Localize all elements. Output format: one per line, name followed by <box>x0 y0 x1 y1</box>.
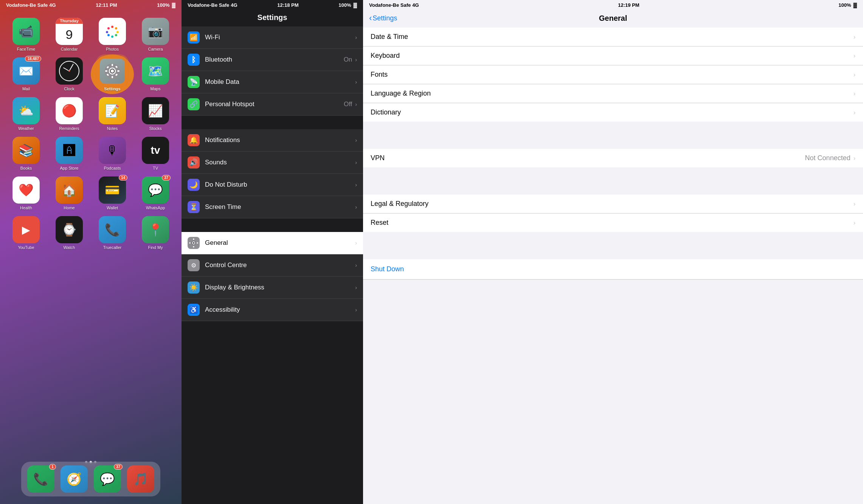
general-gap-1 <box>363 135 863 149</box>
notes-icon: 📝 <box>105 104 120 118</box>
general-row-fonts[interactable]: Fonts › <box>363 65 863 84</box>
app-youtube[interactable]: ▶ YouTube <box>8 216 45 250</box>
app-photos[interactable]: Photos <box>94 18 131 51</box>
general-row-keyboard[interactable]: Keyboard › <box>363 46 863 65</box>
settings-gap-1 <box>182 116 363 129</box>
settings-row-hotspot[interactable]: 🔗 Personal Hotspot Off › <box>182 93 363 116</box>
general-row-reset[interactable]: Reset › <box>363 213 863 232</box>
dock-messages[interactable]: 💬 37 <box>94 465 121 493</box>
app-podcasts[interactable]: 🎙 Podcasts <box>94 137 131 170</box>
general-row-datetime[interactable]: Date & Time › <box>363 28 863 46</box>
s2-status-right: 100% ▓ <box>338 2 357 8</box>
settings-row-accessibility[interactable]: ♿ Accessibility › <box>182 299 363 321</box>
shutdown-row[interactable]: Shut Down <box>363 259 863 279</box>
settings-row-dnd[interactable]: 🌙 Do Not Disturb › <box>182 174 363 196</box>
reset-label: Reset <box>371 219 854 227</box>
app-grid: 📹 FaceTime Thursday 9 Calendar <box>0 12 182 256</box>
sounds-icon-container: 🔊 <box>188 156 200 169</box>
back-chevron-icon: ‹ <box>369 13 372 23</box>
app-truecaller[interactable]: 📞 Truecaller <box>94 216 131 250</box>
wifi-icon: 📶 <box>189 33 198 42</box>
general-chevron: › <box>355 240 357 246</box>
svg-rect-13 <box>112 64 113 66</box>
app-settings[interactable]: Settings <box>94 57 131 91</box>
mobile-data-chevron: › <box>355 79 357 85</box>
app-weather[interactable]: ⛅ Weather <box>8 97 45 131</box>
dock: 📞 1 🧭 💬 37 🎵 <box>21 462 160 496</box>
home-icon: 🏠 <box>62 183 77 197</box>
app-reminders[interactable]: 🔴 Reminders <box>51 97 88 131</box>
keyboard-chevron: › <box>854 53 855 59</box>
settings-row-partial[interactable]: 📶 Wi-Fi › <box>182 26 363 49</box>
vpn-label: VPN <box>371 154 805 162</box>
settings-row-control-centre[interactable]: ⚙ Control Centre › <box>182 254 363 277</box>
svg-point-5 <box>111 36 113 38</box>
settings-row-mobile-data[interactable]: 📡 Mobile Data › <box>182 71 363 93</box>
vpn-chevron: › <box>854 155 855 162</box>
app-mail[interactable]: ✉️ 18,487 Mail <box>8 57 45 91</box>
notifications-icon-container: 🔔 <box>188 134 200 146</box>
svg-point-8 <box>107 27 110 29</box>
wifi-label: Wi-Fi <box>205 34 355 41</box>
app-books[interactable]: 📚 Books <box>8 137 45 170</box>
app-watch[interactable]: ⌚ Watch <box>51 216 88 250</box>
general-row-vpn[interactable]: VPN Not Connected › <box>363 149 863 167</box>
accessibility-chevron: › <box>355 307 357 313</box>
general-label: General <box>205 239 355 247</box>
notes-label: Notes <box>107 126 118 131</box>
clock-label: Clock <box>64 87 75 91</box>
mail-icon: ✉️ <box>19 64 34 78</box>
svg-rect-14 <box>112 76 113 78</box>
hotspot-value: Off <box>344 100 352 108</box>
settings-row-screentime[interactable]: ⏳ Screen Time › <box>182 196 363 218</box>
dock-music[interactable]: 🎵 <box>127 465 154 493</box>
back-button[interactable]: ‹ Settings <box>369 13 397 23</box>
sounds-chevron: › <box>355 159 357 165</box>
app-camera[interactable]: 📷 Camera <box>137 18 174 51</box>
shutdown-label: Shut Down <box>371 265 404 273</box>
phone-icon: 📞 <box>33 472 48 486</box>
app-health[interactable]: ❤️ Health <box>8 176 45 210</box>
general-row-legal[interactable]: Legal & Regulatory › <box>363 195 863 213</box>
time-label: 12:11 PM <box>96 2 117 8</box>
notifications-chevron: › <box>355 137 357 143</box>
settings-row-bluetooth[interactable]: ᛒ Bluetooth On › <box>182 49 363 71</box>
app-stocks[interactable]: 📈 Stocks <box>137 97 174 131</box>
dictionary-label: Dictionary <box>371 108 854 116</box>
control-centre-chevron: › <box>355 262 357 268</box>
general-section-1: Date & Time › Keyboard › Fonts › Languag… <box>363 28 863 122</box>
safari-icon: 🧭 <box>67 472 82 486</box>
app-notes[interactable]: 📝 Notes <box>94 97 131 131</box>
calendar-day: 9 <box>56 24 83 45</box>
app-appstore[interactable]: 🅰 App Store <box>51 137 88 170</box>
dock-safari[interactable]: 🧭 <box>61 465 88 493</box>
general-row-dictionary[interactable]: Dictionary › <box>363 103 863 122</box>
stocks-label: Stocks <box>149 126 161 131</box>
settings-row-display[interactable]: ☀️ Display & Brightness › <box>182 277 363 299</box>
settings-row-general[interactable]: General › <box>182 232 363 254</box>
settings-row-notifications[interactable]: 🔔 Notifications › <box>182 129 363 152</box>
app-maps[interactable]: 🗺️ Maps <box>137 57 174 91</box>
s2-battery: 100% <box>338 2 351 8</box>
app-wallet[interactable]: 💳 14 Wallet <box>94 176 131 210</box>
app-facetime[interactable]: 📹 FaceTime <box>8 18 45 51</box>
svg-point-9 <box>110 29 114 33</box>
general-nav: ‹ Settings General <box>363 10 863 28</box>
findmy-icon: 📍 <box>148 223 163 237</box>
truecaller-icon: 📞 <box>105 223 120 237</box>
general-row-language[interactable]: Language & Region › <box>363 84 863 103</box>
datetime-chevron: › <box>854 34 855 40</box>
svg-rect-15 <box>105 70 107 72</box>
app-whatsapp[interactable]: 💬 37 WhatsApp <box>137 176 174 210</box>
app-findmy[interactable]: 📍 Find My <box>137 216 174 250</box>
photos-icon <box>104 23 121 40</box>
general-gap-3 <box>363 246 863 259</box>
app-calendar[interactable]: Thursday 9 Calendar <box>51 18 88 51</box>
app-tv[interactable]: tv TV <box>137 137 174 170</box>
app-home[interactable]: 🏠 Home <box>51 176 88 210</box>
dock-phone[interactable]: 📞 1 <box>27 465 54 493</box>
tv-label: TV <box>153 166 158 170</box>
app-clock[interactable]: Clock <box>51 57 88 91</box>
settings-row-sounds[interactable]: 🔊 Sounds › <box>182 152 363 174</box>
svg-point-2 <box>115 27 117 29</box>
